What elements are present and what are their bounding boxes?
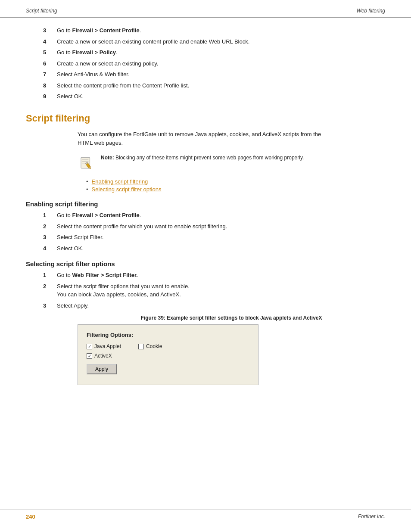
- java-applet-checkbox-item: ✓ Java Applet: [87, 343, 121, 349]
- note-content: Blocking any of these items might preven…: [115, 155, 304, 161]
- figure-title: Filtering Options:: [87, 332, 249, 338]
- step-number: 3: [43, 233, 57, 242]
- selecting-title: Selecting script filter options: [26, 260, 385, 268]
- selecting-step: 1Go to Web Filter > Script Filter.: [43, 271, 385, 280]
- intro-step: 9Select OK.: [43, 92, 385, 101]
- step-text: Go to Firewall > Policy.: [57, 48, 385, 57]
- script-filtering-section: Script filtering You can configure the F…: [26, 113, 385, 386]
- activex-checkbox[interactable]: ✓: [87, 353, 92, 359]
- cookie-checkbox[interactable]: [138, 344, 144, 349]
- step-text: Select Anti-Virus & Web filter.: [57, 70, 385, 79]
- step-text: Select Script Filter.: [57, 233, 385, 242]
- nav-link[interactable]: Selecting script filter options: [92, 186, 162, 193]
- step-text: Select the content profile for which you…: [57, 222, 385, 231]
- note-svg-icon: [78, 155, 94, 171]
- bullet-link-item: •Selecting script filter options: [86, 186, 385, 193]
- step-number: 6: [43, 59, 57, 68]
- intro-step: 7Select Anti-Virus & Web filter.: [43, 70, 385, 79]
- enabling-section: Enabling script filtering 1Go to Firewal…: [26, 200, 385, 252]
- step-text: Create a new or select an existing conte…: [57, 37, 385, 46]
- activex-checkbox-item: ✓ ActiveX: [87, 353, 112, 359]
- step-text: Go to Firewall > Content Profile.: [57, 211, 385, 220]
- figure-apply-row: Apply: [87, 362, 249, 374]
- step-text: Select the script filter options that yo…: [57, 282, 385, 299]
- step-number: 5: [43, 48, 57, 57]
- enabling-step: 4Select OK.: [43, 244, 385, 253]
- bullet-links: •Enabling script filtering•Selecting scr…: [86, 178, 385, 193]
- intro-step: 5Go to Firewall > Policy.: [43, 48, 385, 57]
- page-footer: 240 Fortinet Inc.: [0, 510, 411, 523]
- activex-label: ActiveX: [94, 353, 112, 359]
- page-content: 3Go to Firewall > Content Profile.4Creat…: [0, 18, 411, 420]
- selecting-step: 2Select the script filter options that y…: [43, 282, 385, 299]
- bullet-link-item: •Enabling script filtering: [86, 178, 385, 185]
- note-label: Note:: [101, 155, 114, 161]
- step-number: 2: [43, 222, 57, 231]
- step-text: Select OK.: [57, 244, 385, 253]
- step-number: 4: [43, 37, 57, 46]
- step-number: 7: [43, 70, 57, 79]
- section-title: Script filtering: [26, 113, 385, 124]
- note-icon: [78, 155, 97, 172]
- step-number: 3: [43, 26, 57, 35]
- enabling-step: 2Select the content profile for which yo…: [43, 222, 385, 231]
- intro-step: 6Create a new or select an existing poli…: [43, 59, 385, 68]
- selecting-section: Selecting script filter options 1Go to W…: [26, 260, 385, 385]
- footer-company: Fortinet Inc.: [358, 513, 385, 520]
- step-number: 1: [43, 271, 57, 280]
- step-number: 3: [43, 302, 57, 310]
- page-number: 240: [26, 513, 35, 520]
- selecting-steps: 1Go to Web Filter > Script Filter.2Selec…: [43, 271, 385, 310]
- note-box: Note: Blocking any of these items might …: [78, 154, 327, 172]
- figure-row-1: ✓ Java Applet Cookie: [87, 343, 249, 349]
- header-left: Script filtering: [26, 8, 57, 14]
- enabling-steps: 1Go to Firewall > Content Profile.2Selec…: [43, 211, 385, 252]
- intro-step: 8Select the content profile from the Con…: [43, 81, 385, 90]
- page-header: Script filtering Web filtering: [0, 0, 411, 18]
- step-text: Go to Firewall > Content Profile.: [57, 26, 385, 35]
- step-number: 8: [43, 81, 57, 90]
- step-text: Select OK.: [57, 92, 385, 101]
- java-applet-label: Java Applet: [94, 343, 121, 349]
- figure-row-2: ✓ ActiveX: [87, 353, 249, 359]
- header-right: Web filtering: [357, 8, 385, 14]
- step-number: 9: [43, 92, 57, 101]
- apply-button[interactable]: Apply: [87, 364, 117, 374]
- selecting-step: 3Select Apply.: [43, 302, 385, 310]
- step-number: 4: [43, 244, 57, 253]
- intro-step: 4Create a new or select an existing cont…: [43, 37, 385, 46]
- java-applet-checkbox[interactable]: ✓: [87, 344, 92, 349]
- cookie-label: Cookie: [146, 343, 162, 349]
- enabling-step: 1Go to Firewall > Content Profile.: [43, 211, 385, 220]
- intro-step: 3Go to Firewall > Content Profile.: [43, 26, 385, 35]
- step-text: Select the content profile from the Cont…: [57, 81, 385, 90]
- intro-steps: 3Go to Firewall > Content Profile.4Creat…: [43, 26, 385, 101]
- step-text: Select Apply.: [57, 302, 385, 310]
- section-description: You can configure the FortiGate unit to …: [78, 130, 327, 148]
- note-text: Note: Blocking any of these items might …: [101, 154, 304, 162]
- step-text: Go to Web Filter > Script Filter.: [57, 271, 385, 280]
- bullet-dot: •: [86, 186, 88, 193]
- step-number: 2: [43, 282, 57, 299]
- bullet-dot: •: [86, 178, 88, 185]
- nav-link[interactable]: Enabling script filtering: [92, 178, 148, 185]
- step-text: Create a new or select an existing polic…: [57, 59, 385, 68]
- cookie-checkbox-item: Cookie: [138, 343, 162, 349]
- enabling-title: Enabling script filtering: [26, 200, 385, 208]
- figure-caption: Figure 39: Example script filter setting…: [78, 315, 385, 321]
- step-number: 1: [43, 211, 57, 220]
- figure-box: Filtering Options: ✓ Java Applet Cookie: [78, 324, 258, 385]
- enabling-step: 3Select Script Filter.: [43, 233, 385, 242]
